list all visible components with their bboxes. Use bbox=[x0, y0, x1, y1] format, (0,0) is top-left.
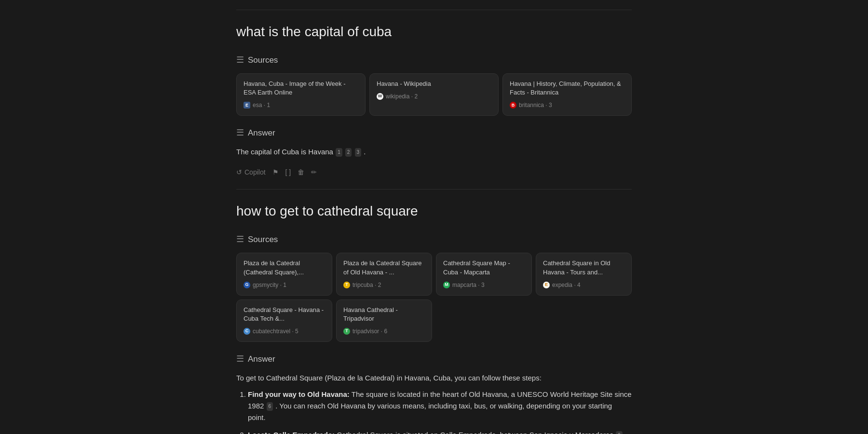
source-card-2-1[interactable]: Plaza de la Catedral (Cathedral Square),… bbox=[236, 253, 332, 295]
sources-label-1: Sources bbox=[248, 54, 278, 67]
bookmark-icon: ⚑ bbox=[272, 167, 279, 177]
source-title-1-2: Havana - Wikipedia bbox=[377, 80, 491, 88]
sources-row1: Plaza de la Catedral (Cathedral Square),… bbox=[236, 253, 632, 295]
source-card-2-5[interactable]: Cathedral Square - Havana - Cuba Tech &.… bbox=[236, 299, 332, 342]
empty-cell-2 bbox=[536, 299, 632, 342]
delete-button[interactable]: 🗑 bbox=[298, 167, 304, 177]
answer-icon-2: ☰ bbox=[236, 353, 244, 366]
citation-1-2[interactable]: 2 bbox=[345, 148, 352, 157]
main-container: what is the capital of cuba ☰ Sources Ha… bbox=[217, 0, 651, 434]
source-title-2-1: Plaza de la Catedral (Cathedral Square),… bbox=[244, 259, 325, 276]
source-domain-2-5: cubatechtravel · 5 bbox=[253, 327, 298, 336]
favicon-1-1: E bbox=[244, 102, 250, 108]
favicon-1-2: W bbox=[377, 93, 383, 100]
bracket-icon: [ ] bbox=[285, 167, 291, 177]
sources-icon-1: ☰ bbox=[236, 54, 244, 67]
sources-grid-2-row1: Plaza de la Catedral (Cathedral Square),… bbox=[236, 253, 632, 342]
source-meta-1-1: E esa · 1 bbox=[244, 101, 358, 109]
source-title-2-4: Cathedral Square in Old Havana - Tours a… bbox=[543, 259, 624, 276]
source-card-2-4[interactable]: Cathedral Square in Old Havana - Tours a… bbox=[536, 253, 632, 295]
answer-label-2: Answer bbox=[248, 353, 275, 366]
step-2-bold: Locate Calle Empedrado: bbox=[248, 431, 335, 434]
copilot-icon: ↺ bbox=[236, 167, 242, 177]
source-card-1-3[interactable]: Havana | History, Climate, Population, &… bbox=[502, 73, 632, 116]
answer-main-text-1: The capital of Cuba is Havana bbox=[236, 148, 333, 156]
source-domain-2-4: expedia · 4 bbox=[552, 281, 581, 289]
source-card-1-2[interactable]: Havana - Wikipedia W wikipedia · 2 bbox=[369, 73, 499, 116]
favicon-2-6: T bbox=[343, 328, 350, 335]
source-meta-2-2: T tripcuba · 2 bbox=[343, 281, 425, 289]
source-domain-2-2: tripcuba · 2 bbox=[353, 281, 381, 289]
step-2-text: Cathedral Square is situated on Calle Em… bbox=[337, 431, 613, 434]
citation-1-1[interactable]: 1 bbox=[336, 148, 342, 157]
step-2-citation[interactable]: 6 bbox=[616, 431, 623, 434]
step-1-bold: Find your way to Old Havana: bbox=[248, 390, 350, 398]
edit-button[interactable]: ✏ bbox=[311, 167, 317, 177]
source-domain-2-6: tripadvisor · 6 bbox=[353, 327, 387, 336]
favicon-2-2: T bbox=[343, 282, 350, 288]
action-bar-1: ↺ Copilot ⚑ [ ] 🗑 ✏ bbox=[236, 165, 632, 177]
favicon-2-1: G bbox=[244, 282, 250, 288]
favicon-2-3: M bbox=[443, 282, 450, 288]
answer-steps: Find your way to Old Havana: The square … bbox=[236, 389, 632, 434]
copilot-button[interactable]: ↺ Copilot bbox=[236, 167, 266, 177]
step-1-citation[interactable]: 6 bbox=[267, 402, 273, 411]
sources-header-2: ☰ Sources bbox=[236, 233, 632, 246]
section-divider bbox=[236, 189, 632, 190]
answer-icon-1: ☰ bbox=[236, 126, 244, 139]
answer-list-2: To get to Cathedral Square (Plaza de la … bbox=[236, 372, 632, 434]
source-meta-2-1: G gpsmycity · 1 bbox=[244, 281, 325, 289]
sources-label-2: Sources bbox=[248, 233, 278, 246]
source-title-2-6: Havana Cathedral - Tripadvisor bbox=[343, 306, 425, 323]
source-title-1-1: Havana, Cuba - Image of the Week - ESA E… bbox=[244, 80, 358, 97]
source-meta-2-3: M mapcarta · 3 bbox=[443, 281, 525, 289]
favicon-2-4: E bbox=[543, 282, 550, 288]
query-title-2: how to get to cathedral square bbox=[236, 201, 632, 221]
bookmark-button[interactable]: ⚑ bbox=[272, 167, 279, 177]
source-card-2-3[interactable]: Cathedral Square Map - Cuba - Mapcarta M… bbox=[436, 253, 532, 295]
sources-row2: Cathedral Square - Havana - Cuba Tech &.… bbox=[236, 299, 632, 342]
source-domain-1-2: wikipedia · 2 bbox=[386, 92, 418, 101]
source-title-2-5: Cathedral Square - Havana - Cuba Tech &.… bbox=[244, 306, 325, 323]
step-1-rest: . You can reach Old Havana by various me… bbox=[248, 402, 612, 421]
source-domain-2-1: gpsmycity · 1 bbox=[253, 281, 286, 289]
empty-cell-1 bbox=[436, 299, 532, 342]
source-title-2-2: Plaza de la Catedral Square of Old Havan… bbox=[343, 259, 425, 276]
query-section-1: what is the capital of cuba ☰ Sources Ha… bbox=[236, 22, 632, 177]
edit-icon: ✏ bbox=[311, 167, 317, 177]
favicon-1-3: B bbox=[510, 102, 516, 108]
source-meta-1-2: W wikipedia · 2 bbox=[377, 92, 491, 101]
source-meta-2-4: E expedia · 4 bbox=[543, 281, 624, 289]
citation-1-3[interactable]: 3 bbox=[355, 148, 362, 157]
step-1: Find your way to Old Havana: The square … bbox=[248, 389, 632, 423]
answer-section-2: To get to Cathedral Square (Plaza de la … bbox=[236, 372, 632, 434]
source-title-1-3: Havana | History, Climate, Population, &… bbox=[510, 80, 624, 97]
source-meta-1-3: B britannica · 3 bbox=[510, 101, 624, 109]
answer-label-1: Answer bbox=[248, 127, 275, 139]
bracket-button[interactable]: [ ] bbox=[285, 167, 291, 177]
source-meta-2-6: T tripadvisor · 6 bbox=[343, 327, 425, 336]
favicon-2-5: C bbox=[244, 328, 250, 335]
source-title-2-3: Cathedral Square Map - Cuba - Mapcarta bbox=[443, 259, 525, 276]
sources-icon-2: ☰ bbox=[236, 233, 244, 246]
source-card-2-2[interactable]: Plaza de la Catedral Square of Old Havan… bbox=[336, 253, 432, 295]
answer-intro-2: To get to Cathedral Square (Plaza de la … bbox=[236, 372, 632, 384]
source-domain-2-3: mapcarta · 3 bbox=[452, 281, 485, 289]
sources-grid-1: Havana, Cuba - Image of the Week - ESA E… bbox=[236, 73, 632, 116]
query-title-1: what is the capital of cuba bbox=[236, 22, 632, 42]
sources-header-1: ☰ Sources bbox=[236, 54, 632, 67]
query-section-2: how to get to cathedral square ☰ Sources… bbox=[236, 201, 632, 434]
source-meta-2-5: C cubatechtravel · 5 bbox=[244, 327, 325, 336]
answer-header-2: ☰ Answer bbox=[236, 353, 632, 366]
answer-section-1: The capital of Cuba is Havana 1 2 3 . ↺ … bbox=[236, 146, 632, 177]
delete-icon: 🗑 bbox=[298, 167, 304, 177]
source-domain-1-3: britannica · 3 bbox=[519, 101, 552, 109]
source-domain-1-1: esa · 1 bbox=[253, 101, 270, 109]
source-card-1-1[interactable]: Havana, Cuba - Image of the Week - ESA E… bbox=[236, 73, 366, 116]
copilot-label: Copilot bbox=[244, 167, 266, 177]
step-2: Locate Calle Empedrado: Cathedral Square… bbox=[248, 429, 632, 434]
answer-text-1: The capital of Cuba is Havana 1 2 3 . bbox=[236, 146, 632, 158]
source-card-2-6[interactable]: Havana Cathedral - Tripadvisor T tripadv… bbox=[336, 299, 432, 342]
answer-header-1: ☰ Answer bbox=[236, 126, 632, 139]
